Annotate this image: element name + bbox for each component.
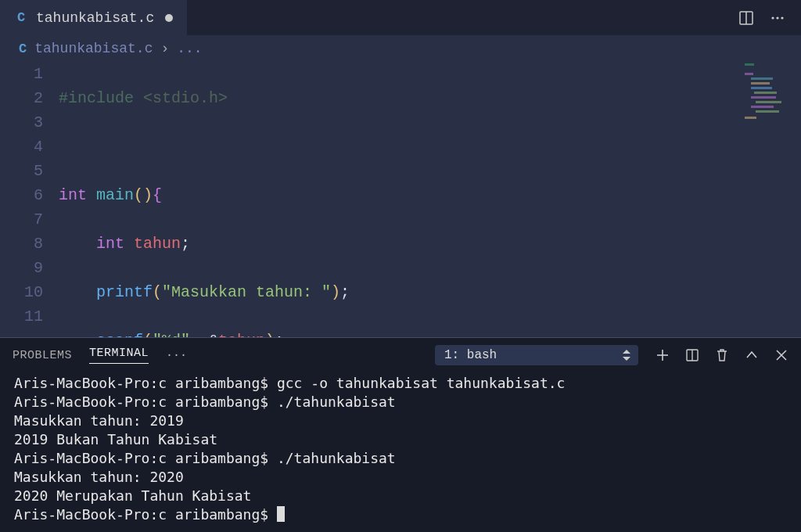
terminal-select[interactable]: 1: bash (435, 345, 638, 365)
code-editor[interactable]: 1 2 3 4 5 6 7 8 9 10 11 #include <stdio.… (0, 62, 801, 337)
line-number-gutter: 1 2 3 4 5 6 7 8 9 10 11 (0, 62, 59, 337)
trash-icon[interactable] (715, 348, 729, 362)
terminal-output[interactable]: Aris-MacBook-Pro:c aribambang$ gcc -o ta… (0, 372, 801, 532)
breadcrumb-filename: tahunkabisat.c (34, 41, 153, 56)
panel-overflow-icon[interactable]: ··· (166, 349, 187, 362)
terminal-line: Aris-MacBook-Pro:c aribambang$ gcc -o ta… (14, 375, 565, 391)
c-lang-icon: C (19, 41, 27, 56)
svg-point-2 (771, 16, 774, 19)
terminal-line: Aris-MacBook-Pro:c aribambang$ ./tahunka… (14, 450, 396, 466)
editor-tab[interactable]: C tahunkabisat.c (0, 0, 187, 35)
code-content[interactable]: #include <stdio.h> int main(){ int tahun… (59, 62, 801, 337)
terminal-cursor (277, 506, 285, 522)
chevron-right-icon: › (160, 41, 169, 56)
tab-terminal[interactable]: TERMINAL (89, 347, 149, 364)
terminal-line: Aris-MacBook-Pro:c aribambang$ ./tahunka… (14, 394, 396, 410)
terminal-line: Aris-MacBook-Pro:c aribambang$ (14, 506, 277, 523)
new-terminal-icon[interactable] (656, 348, 670, 362)
svg-point-3 (776, 16, 778, 19)
terminal-line: Masukkan tahun: 2020 (14, 469, 184, 485)
tab-problems[interactable]: PROBLEMS (13, 349, 72, 362)
svg-point-4 (781, 16, 783, 19)
breadcrumb-rest: ... (177, 41, 202, 56)
panel-tabs: PROBLEMS TERMINAL ··· 1: bash (0, 338, 801, 372)
c-lang-icon: C (14, 11, 28, 25)
close-icon[interactable] (774, 348, 788, 362)
terminal-line: 2020 Merupakan Tahun Kabisat (14, 487, 251, 504)
terminal-line: 2019 Bukan Tahun Kabisat (14, 431, 217, 448)
split-terminal-icon[interactable] (685, 348, 699, 362)
tabbar-actions (738, 0, 801, 35)
minimap[interactable] (742, 62, 796, 156)
more-actions-icon[interactable] (770, 10, 785, 26)
dirty-indicator-icon (165, 14, 173, 22)
bottom-panel: PROBLEMS TERMINAL ··· 1: bash Aris-MacBo… (0, 337, 801, 532)
chevron-up-icon[interactable] (745, 348, 759, 362)
split-editor-icon[interactable] (738, 10, 754, 26)
breadcrumb[interactable]: C tahunkabisat.c › ... (0, 35, 801, 62)
terminal-line: Masukkan tahun: 2019 (14, 412, 184, 429)
editor-tabbar: C tahunkabisat.c (0, 0, 801, 35)
tab-filename: tahunkabisat.c (36, 10, 154, 26)
